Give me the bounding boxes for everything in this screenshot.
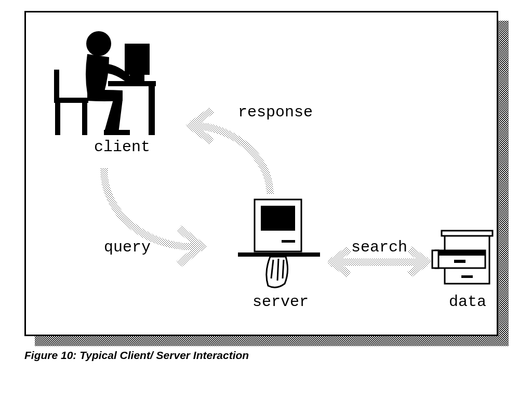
response-label: response — [218, 103, 332, 121]
diagram-art — [26, 12, 497, 335]
svg-rect-3 — [125, 44, 150, 75]
svg-rect-10 — [82, 103, 87, 135]
client-label: client — [75, 138, 169, 156]
server-label: server — [234, 293, 327, 311]
svg-rect-5 — [108, 81, 156, 86]
svg-rect-4 — [130, 75, 144, 82]
svg-line-17 — [277, 259, 278, 281]
query-label: query — [86, 238, 169, 256]
svg-rect-24 — [454, 260, 466, 263]
svg-rect-25 — [461, 275, 473, 278]
client-icon — [54, 31, 156, 135]
svg-rect-20 — [442, 231, 493, 236]
svg-rect-23 — [432, 250, 438, 268]
data-label: data — [431, 293, 504, 311]
response-arrow — [191, 112, 270, 194]
svg-rect-13 — [261, 206, 295, 231]
page: client server data query response search… — [0, 0, 532, 399]
svg-rect-9 — [55, 103, 60, 135]
svg-rect-6 — [149, 86, 155, 135]
diagram-panel: client server data query response search — [24, 11, 498, 336]
svg-rect-14 — [282, 240, 295, 243]
server-icon — [238, 200, 320, 287]
svg-line-18 — [283, 260, 284, 278]
search-label: search — [332, 238, 426, 256]
svg-rect-22 — [435, 250, 485, 256]
svg-rect-8 — [54, 70, 59, 103]
figure-caption: Figure 10: Typical Client/ Server Intera… — [24, 349, 249, 362]
svg-point-11 — [86, 31, 111, 56]
data-icon — [432, 231, 493, 284]
